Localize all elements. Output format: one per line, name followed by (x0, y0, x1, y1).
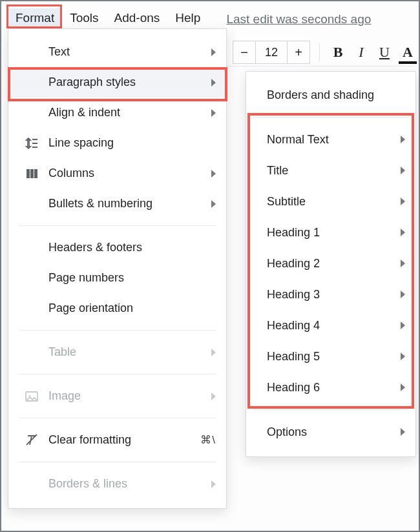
menu-item-label: Align & indent (48, 106, 211, 119)
underline-button[interactable]: U (375, 43, 394, 62)
chevron-right-icon (211, 480, 216, 488)
menu-item-headers-footers[interactable]: Headers & footers (8, 232, 226, 263)
submenu-item-heading-5[interactable]: Heading 5 (246, 341, 415, 372)
submenu-item-label: Heading 6 (267, 381, 401, 394)
chevron-right-icon (401, 136, 405, 143)
image-icon (24, 389, 39, 404)
menu-separator (19, 374, 216, 374)
menu-item-line-spacing[interactable]: Line spacing (8, 128, 226, 158)
chevron-right-icon (211, 349, 216, 356)
paragraph-styles-submenu: Borders and shading Normal Text Title Su… (246, 71, 416, 457)
menu-item-shortcut: ⌘\ (200, 433, 216, 447)
submenu-item-label: Heading 5 (267, 350, 401, 363)
chevron-right-icon (211, 109, 216, 117)
submenu-item-normal-text[interactable]: Normal Text (246, 124, 415, 155)
submenu-item-heading-1[interactable]: Heading 1 (246, 217, 415, 248)
clear-formatting-icon (24, 433, 39, 448)
menu-item-page-orientation[interactable]: Page orientation (8, 293, 226, 323)
submenu-item-heading-6[interactable]: Heading 6 (246, 372, 415, 403)
font-size-increase-button[interactable]: + (288, 41, 310, 63)
menu-item-label: Text (48, 45, 211, 59)
menu-item-page-numbers[interactable]: Page numbers (8, 263, 226, 293)
submenu-item-heading-2[interactable]: Heading 2 (246, 248, 415, 279)
chevron-right-icon (401, 198, 405, 205)
chevron-right-icon (401, 384, 405, 391)
menu-item-label: Bullets & numbering (48, 197, 211, 210)
chevron-right-icon (211, 170, 216, 178)
menu-item-borders-lines: Borders & lines (8, 469, 226, 499)
bold-button[interactable]: B (329, 43, 347, 62)
menu-item-align-indent[interactable]: Align & indent (8, 97, 226, 128)
submenu-item-label: Options (267, 425, 401, 439)
submenu-item-options[interactable]: Options (246, 416, 415, 447)
chevron-right-icon (401, 229, 405, 236)
menu-item-label: Paragraph styles (48, 76, 211, 89)
submenu-item-label: Normal Text (267, 133, 401, 147)
format-dropdown: Text Paragraph styles Align & indent Lin… (8, 28, 227, 509)
menu-item-label: Clear formatting (48, 433, 200, 447)
menu-separator (19, 418, 216, 418)
menu-item-table: Table (8, 337, 226, 367)
toolbar-separator (319, 43, 320, 61)
submenu-item-subtitle[interactable]: Subtitle (246, 186, 415, 217)
italic-button[interactable]: I (352, 43, 370, 62)
submenu-item-label: Borders and shading (267, 88, 405, 102)
toolbar: − 12 + B I U A (233, 41, 417, 64)
submenu-item-label: Subtitle (267, 195, 401, 209)
chevron-right-icon (401, 291, 405, 298)
submenu-item-label: Heading 4 (267, 319, 401, 332)
menu-separator (19, 462, 216, 462)
chevron-right-icon (401, 322, 405, 329)
submenu-item-label: Heading 1 (267, 226, 401, 240)
columns-icon (24, 166, 39, 181)
menu-item-label: Table (48, 345, 211, 359)
menu-separator (19, 330, 216, 331)
submenu-item-heading-4[interactable]: Heading 4 (246, 310, 415, 341)
last-edit-link[interactable]: Last edit was seconds ago (226, 11, 371, 26)
chevron-right-icon (401, 167, 405, 174)
menu-format[interactable]: Format (8, 8, 62, 29)
chevron-right-icon (401, 260, 405, 267)
menu-item-label: Page orientation (48, 302, 216, 315)
submenu-item-borders-shading[interactable]: Borders and shading (246, 79, 415, 110)
submenu-item-label: Title (267, 164, 401, 178)
chevron-right-icon (211, 393, 216, 400)
submenu-item-label: Heading 2 (267, 257, 401, 271)
menu-item-label: Borders & lines (48, 477, 211, 491)
menu-tools[interactable]: Tools (62, 8, 106, 29)
menu-addons[interactable]: Add-ons (107, 8, 168, 29)
menu-item-columns[interactable]: Columns (8, 158, 226, 189)
menu-item-paragraph-styles[interactable]: Paragraph styles (8, 67, 226, 97)
chevron-right-icon (211, 48, 216, 56)
menu-item-label: Image (48, 389, 211, 403)
menu-item-label: Line spacing (48, 136, 216, 150)
menu-item-image: Image (8, 381, 226, 411)
menubar: Format Tools Add-ons Help Last edit was … (8, 9, 412, 28)
chevron-right-icon (211, 200, 216, 208)
submenu-item-title[interactable]: Title (246, 155, 415, 186)
chevron-right-icon (211, 79, 216, 87)
submenu-item-heading-3[interactable]: Heading 3 (246, 279, 415, 310)
chevron-right-icon (401, 428, 405, 436)
menu-item-label: Page numbers (48, 271, 216, 285)
font-size-spinner: − 12 + (233, 41, 310, 64)
font-size-decrease-button[interactable]: − (233, 41, 255, 63)
font-size-input[interactable]: 12 (255, 41, 288, 63)
menu-item-bullets-numbering[interactable]: Bullets & numbering (8, 189, 226, 219)
menu-item-clear-formatting[interactable]: Clear formatting ⌘\ (8, 425, 226, 455)
line-spacing-icon (24, 136, 39, 151)
submenu-item-label: Heading 3 (267, 288, 401, 302)
text-color-button[interactable]: A (399, 43, 417, 62)
menu-separator (19, 225, 216, 226)
menu-separator (254, 409, 408, 410)
menu-help[interactable]: Help (167, 8, 208, 29)
menu-item-label: Headers & footers (48, 241, 216, 254)
chevron-right-icon (401, 353, 405, 360)
menu-item-text[interactable]: Text (8, 37, 226, 67)
menu-separator (254, 117, 408, 118)
menu-item-label: Columns (48, 167, 211, 180)
